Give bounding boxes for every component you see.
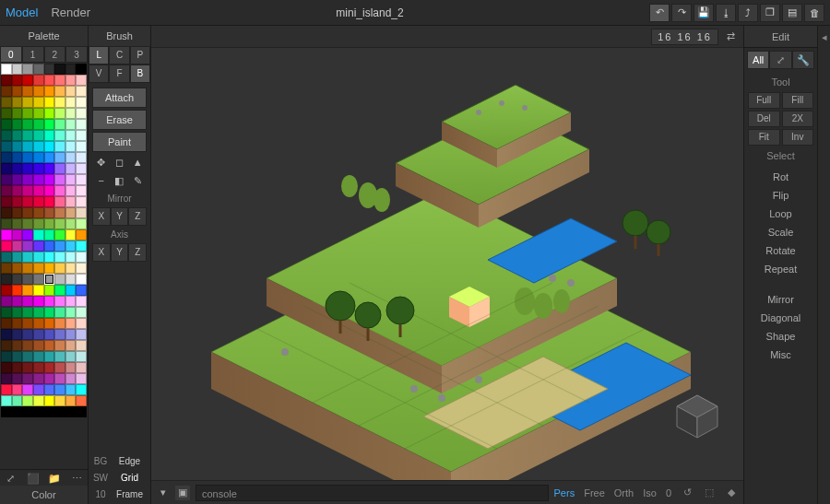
swatch[interactable] xyxy=(65,108,77,119)
swatch[interactable] xyxy=(1,75,12,86)
swatch[interactable] xyxy=(12,86,23,97)
edit-tab-wrench-icon[interactable]: 🔧 xyxy=(792,51,814,69)
swatch[interactable] xyxy=(22,196,33,207)
swatch[interactable] xyxy=(44,406,55,417)
swatch[interactable] xyxy=(1,141,12,152)
swatch[interactable] xyxy=(54,384,65,395)
swatch[interactable] xyxy=(1,64,12,75)
bucket-icon[interactable]: ⬛ xyxy=(22,470,44,486)
swatch[interactable] xyxy=(44,86,55,97)
swatch[interactable] xyxy=(76,329,87,340)
swatch[interactable] xyxy=(65,263,77,274)
swatch[interactable] xyxy=(54,395,65,406)
swatch[interactable] xyxy=(65,119,77,130)
swatch[interactable] xyxy=(22,119,33,130)
palette-swatches[interactable] xyxy=(0,63,88,469)
swatch[interactable] xyxy=(12,196,23,207)
swatch[interactable] xyxy=(33,163,44,174)
swatch[interactable] xyxy=(44,240,55,252)
swatch[interactable] xyxy=(1,406,12,417)
op-flip[interactable]: Flip xyxy=(748,188,813,204)
swatch[interactable] xyxy=(1,207,12,218)
console-input[interactable]: console xyxy=(196,485,549,501)
move-icon[interactable]: ✥ xyxy=(94,155,109,170)
tool-fill[interactable]: Fill xyxy=(782,92,814,109)
new-icon[interactable]: ▤ xyxy=(782,4,802,22)
swatch[interactable] xyxy=(54,174,65,185)
swatch[interactable] xyxy=(1,185,12,196)
swatch[interactable] xyxy=(44,108,55,119)
edit-tab-all[interactable]: All xyxy=(747,51,769,69)
swatch[interactable] xyxy=(1,373,12,384)
swatch[interactable] xyxy=(12,75,23,86)
mode-attach[interactable]: Attach xyxy=(92,88,147,108)
swatch[interactable] xyxy=(33,174,44,185)
swatch[interactable] xyxy=(33,406,44,417)
mirror-z[interactable]: Z xyxy=(128,207,147,226)
swatch[interactable] xyxy=(76,207,87,218)
swatch[interactable] xyxy=(22,274,33,285)
swatch[interactable] xyxy=(44,141,55,152)
swatch[interactable] xyxy=(1,285,12,296)
swatch[interactable] xyxy=(12,285,23,296)
mode-erase[interactable]: Erase xyxy=(92,110,147,130)
swatch[interactable] xyxy=(44,218,55,229)
tool-fit[interactable]: Fit xyxy=(748,129,780,146)
swatch[interactable] xyxy=(33,97,44,108)
swatch[interactable] xyxy=(33,119,44,130)
swatch[interactable] xyxy=(12,340,23,351)
swatch[interactable] xyxy=(22,97,33,108)
swatch[interactable] xyxy=(76,119,87,130)
viewport-canvas[interactable] xyxy=(151,48,743,480)
swatch[interactable] xyxy=(65,318,77,329)
edit-tab-expand-icon[interactable]: ⤢ xyxy=(769,51,791,69)
swatch[interactable] xyxy=(44,329,55,340)
swatch[interactable] xyxy=(44,252,55,263)
swatch[interactable] xyxy=(54,285,65,296)
swatch[interactable] xyxy=(76,185,87,196)
swatch[interactable] xyxy=(12,64,23,75)
swatch[interactable] xyxy=(65,406,77,417)
swatch[interactable] xyxy=(54,351,65,362)
swatch[interactable] xyxy=(54,406,65,417)
swatch[interactable] xyxy=(33,240,44,252)
swatch[interactable] xyxy=(54,207,65,218)
model-dimensions[interactable]: 16 16 16 xyxy=(651,29,718,45)
op-loop[interactable]: Loop xyxy=(748,206,813,222)
swatch[interactable] xyxy=(33,274,44,285)
swatch[interactable] xyxy=(54,263,65,274)
swatch[interactable] xyxy=(65,351,77,362)
swatch[interactable] xyxy=(22,318,33,329)
swatch[interactable] xyxy=(1,174,12,185)
swatch[interactable] xyxy=(33,130,44,141)
swatch[interactable] xyxy=(54,152,65,163)
swatch[interactable] xyxy=(54,274,65,285)
swatch[interactable] xyxy=(65,97,77,108)
render-cube-icon[interactable]: ◆ xyxy=(725,486,738,499)
swatch[interactable] xyxy=(44,174,55,185)
mirror-y[interactable]: Y xyxy=(111,207,129,226)
swatch[interactable] xyxy=(76,229,87,240)
swatch[interactable] xyxy=(1,351,12,362)
tab-render[interactable]: Render xyxy=(51,6,90,19)
swatch[interactable] xyxy=(1,152,12,163)
swatch[interactable] xyxy=(76,75,87,86)
recentre-icon[interactable]: ↺ xyxy=(681,486,694,499)
swatch[interactable] xyxy=(33,185,44,196)
region-icon[interactable]: ▲ xyxy=(130,155,145,170)
axis-gizmo[interactable] xyxy=(670,388,725,443)
brush-b[interactable]: B xyxy=(130,64,150,83)
swatch[interactable] xyxy=(33,263,44,274)
swatch[interactable] xyxy=(33,152,44,163)
swatch[interactable] xyxy=(22,218,33,229)
swatch[interactable] xyxy=(76,64,87,75)
folder-icon[interactable]: 📁 xyxy=(44,470,66,486)
swatch[interactable] xyxy=(22,86,33,97)
swatch[interactable] xyxy=(76,395,87,406)
swatch[interactable] xyxy=(22,64,33,75)
swatch[interactable] xyxy=(12,174,23,185)
swatch[interactable] xyxy=(1,119,12,130)
swatch[interactable] xyxy=(1,307,12,318)
swatch[interactable] xyxy=(1,340,12,351)
swatch[interactable] xyxy=(33,329,44,340)
